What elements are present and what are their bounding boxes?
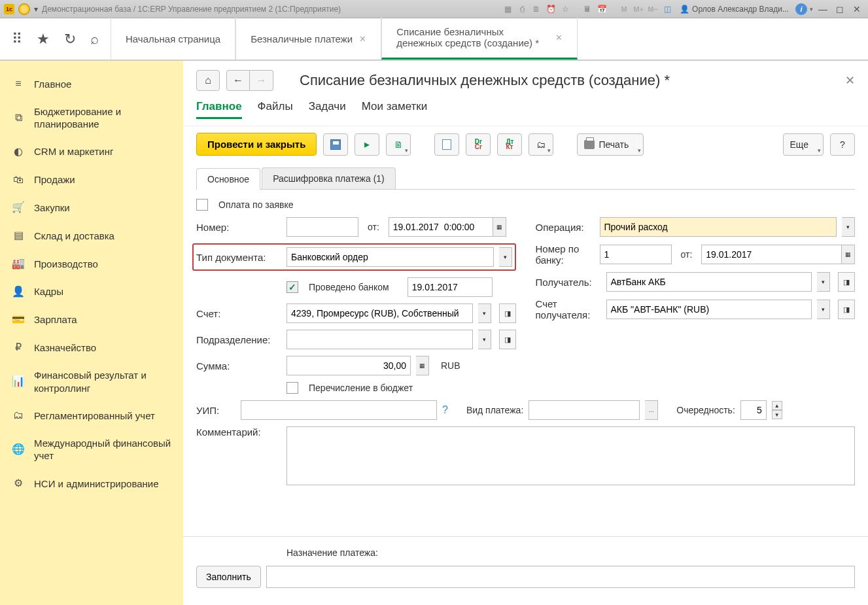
operation-dropdown[interactable]: ▾: [842, 217, 855, 237]
date-picker-button[interactable]: ▦: [493, 217, 506, 237]
recipient-account-open-button[interactable]: ◨: [838, 300, 855, 319]
priority-down-button[interactable]: ▼: [772, 410, 782, 419]
tool-mplus-icon[interactable]: M+: [633, 3, 644, 15]
favorites-icon[interactable]: ★: [37, 31, 50, 48]
comment-input[interactable]: [286, 426, 855, 485]
sales-icon: 🛍: [12, 173, 25, 187]
tool-doc-icon[interactable]: 🗎: [530, 3, 542, 15]
number-input[interactable]: [286, 217, 358, 237]
tab-payments[interactable]: Безналичные платежи✕: [235, 18, 381, 60]
maximize-button[interactable]: ◻: [833, 3, 847, 15]
close-window-button[interactable]: ✕: [850, 3, 864, 15]
close-icon[interactable]: ✕: [359, 34, 366, 44]
budget-transfer-checkbox[interactable]: [286, 382, 298, 394]
search-icon[interactable]: ⌕: [90, 31, 99, 48]
recipient-dropdown[interactable]: ▾: [817, 272, 830, 292]
date-input[interactable]: [389, 217, 493, 237]
minimize-button[interactable]: —: [816, 3, 830, 15]
doc-tab-notes[interactable]: Мои заметки: [362, 96, 428, 119]
tool-star-icon[interactable]: ☆: [559, 3, 571, 15]
uip-input[interactable]: [241, 400, 437, 420]
recipient-account-dropdown[interactable]: ▾: [817, 300, 830, 319]
fill-button[interactable]: Заполнить: [196, 566, 261, 588]
sidebar-item-main[interactable]: ≡Главное: [0, 70, 183, 98]
sidebar-item-sales[interactable]: 🛍Продажи: [0, 166, 183, 194]
inner-tab-breakdown[interactable]: Расшифровка платежа (1): [262, 167, 396, 189]
account-input[interactable]: [286, 303, 473, 323]
print-button[interactable]: Печать: [577, 133, 644, 156]
priority-input[interactable]: [740, 400, 767, 420]
doc-type-input[interactable]: [286, 247, 494, 267]
purpose-input[interactable]: [266, 566, 855, 588]
uip-help-icon[interactable]: ?: [442, 404, 448, 416]
bank-date-input[interactable]: [701, 245, 842, 264]
info-icon[interactable]: i: [795, 3, 807, 15]
save-button[interactable]: [323, 133, 348, 156]
sidebar-item-nsi[interactable]: ⚙НСИ и администрирование: [0, 470, 183, 498]
sidebar-item-purchases[interactable]: 🛒Закупки: [0, 194, 183, 222]
department-dropdown[interactable]: ▾: [478, 330, 491, 349]
app-menu-dropdown[interactable]: [18, 3, 30, 15]
sidebar-item-budgeting[interactable]: ⧉Бюджетирование и планирование: [0, 98, 183, 138]
dtkt-button[interactable]: ДтКт: [497, 133, 522, 156]
post-and-close-button[interactable]: Провести и закрыть: [196, 133, 317, 156]
tool-m-icon[interactable]: M: [618, 3, 630, 15]
payment-type-input[interactable]: [529, 400, 640, 420]
history-icon[interactable]: ↻: [64, 31, 76, 48]
tool-panel-icon[interactable]: ◫: [661, 3, 673, 15]
apps-icon[interactable]: ⠿: [12, 31, 22, 48]
inner-tab-main[interactable]: Основное: [196, 168, 260, 190]
structure-button[interactable]: 🗂: [529, 133, 553, 156]
close-icon[interactable]: ✕: [555, 33, 563, 43]
sidebar-item-warehouse[interactable]: ▤Склад и доставка: [0, 222, 183, 250]
sidebar-item-regaccounting[interactable]: 🗂Регламентированный учет: [0, 402, 183, 430]
tool-alarm-icon[interactable]: ⏰: [545, 3, 557, 15]
tool-calc2-icon[interactable]: 🖩: [582, 3, 593, 15]
home-button[interactable]: ⌂: [196, 70, 220, 91]
doc-tab-files[interactable]: Файлы: [258, 96, 293, 119]
sidebar-item-crm[interactable]: ◐CRM и маркетинг: [0, 138, 183, 166]
crm-icon: ◐: [12, 145, 25, 159]
help-button[interactable]: ?: [830, 133, 855, 156]
payment-type-select-button[interactable]: …: [645, 400, 658, 420]
priority-up-button[interactable]: ▲: [772, 401, 782, 410]
drcr-button[interactable]: DrCr: [466, 133, 491, 156]
more-button[interactable]: Еще: [783, 133, 824, 156]
department-open-button[interactable]: ◨: [499, 330, 516, 349]
tool-mminus-icon[interactable]: M−: [647, 3, 659, 15]
sum-input[interactable]: [286, 356, 411, 375]
sum-calc-button[interactable]: ▦: [416, 356, 429, 375]
bank-date-picker-button[interactable]: ▦: [842, 245, 855, 264]
post-button[interactable]: ▸: [355, 133, 379, 156]
create-based-on-button[interactable]: 🗎: [386, 133, 411, 156]
operation-input[interactable]: [600, 217, 837, 237]
account-dropdown[interactable]: ▾: [478, 303, 491, 323]
tool-calendar-icon[interactable]: 📅: [596, 3, 608, 15]
doc-tab-tasks[interactable]: Задачи: [309, 96, 346, 119]
account-open-button[interactable]: ◨: [499, 303, 516, 323]
bank-number-input[interactable]: [600, 245, 672, 264]
sidebar-item-production[interactable]: 🏭Производство: [0, 250, 183, 278]
tool-print-icon[interactable]: ⎙: [516, 3, 528, 15]
doc-type-dropdown[interactable]: ▾: [499, 247, 512, 267]
sidebar-item-salary[interactable]: 💳Зарплата: [0, 306, 183, 334]
sidebar-item-finresult[interactable]: 📊Финансовый результат и контроллинг: [0, 362, 183, 402]
sidebar-item-treasury[interactable]: ₽Казначейство: [0, 334, 183, 362]
doc-tab-main[interactable]: Главное: [196, 96, 242, 119]
forward-button[interactable]: →: [250, 70, 273, 91]
recipient-open-button[interactable]: ◨: [838, 272, 855, 292]
department-input[interactable]: [286, 330, 473, 349]
tab-writeoff[interactable]: Списание безналичных денежных средств (с…: [381, 17, 578, 60]
sidebar-item-hr[interactable]: 👤Кадры: [0, 278, 183, 306]
user-menu[interactable]: 👤 Орлов Александр Влади...: [676, 5, 793, 14]
pay-by-request-checkbox[interactable]: [196, 199, 208, 211]
tool-calc-icon[interactable]: ▦: [502, 3, 513, 15]
sidebar-item-intl[interactable]: 🌐Международный финансовый учет: [0, 430, 183, 470]
close-document-button[interactable]: ✕: [845, 73, 855, 88]
tab-home[interactable]: Начальная страница: [111, 18, 235, 60]
report-button[interactable]: [434, 133, 459, 156]
bank-done-date-input[interactable]: [408, 277, 493, 297]
back-button[interactable]: ←: [226, 70, 250, 91]
recipient-input[interactable]: [606, 272, 812, 292]
recipient-account-input[interactable]: [606, 300, 812, 319]
